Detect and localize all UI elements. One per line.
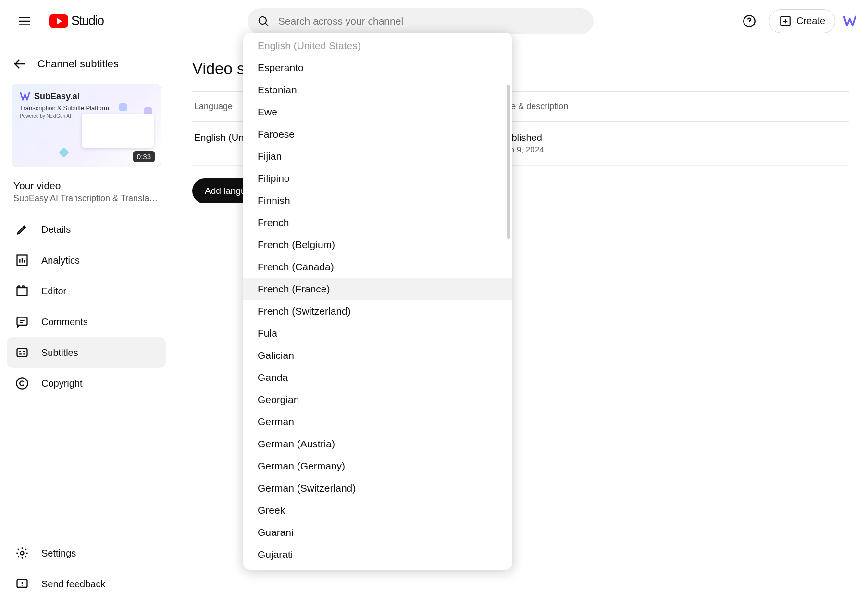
- create-button[interactable]: Create: [769, 9, 835, 33]
- back-row[interactable]: Channel subtitles: [0, 51, 173, 80]
- nav-item-label: Details: [41, 224, 71, 235]
- language-option[interactable]: German: [243, 411, 512, 433]
- app-body: Channel subtitles SubEasy.ai Transcripti…: [0, 42, 868, 608]
- subeasy-w-icon: [20, 91, 30, 101]
- nav-item-label: Editor: [41, 286, 66, 297]
- sidebar-bottom-nav: SettingsSend feedback: [0, 535, 173, 608]
- language-option[interactable]: French: [243, 212, 512, 234]
- pencil-icon: [15, 223, 29, 236]
- your-video-heading: Your video: [0, 173, 173, 193]
- feedback-icon: [15, 577, 29, 591]
- youtube-play-icon: [49, 14, 68, 28]
- language-option[interactable]: Finnish: [243, 190, 512, 212]
- create-plus-icon: [779, 15, 792, 27]
- copyright-icon: [15, 377, 29, 390]
- language-option[interactable]: Fijian: [243, 145, 512, 167]
- gear-icon: [15, 546, 29, 560]
- language-option[interactable]: Georgian: [243, 389, 512, 411]
- nav-item-analytics[interactable]: Analytics: [7, 245, 166, 276]
- language-option[interactable]: Faroese: [243, 123, 512, 145]
- language-dropdown[interactable]: English (United States)EsperantoEstonian…: [243, 33, 512, 570]
- language-option[interactable]: Estonian: [243, 79, 512, 101]
- nav-item-copyright[interactable]: Copyright: [7, 368, 166, 399]
- bars-icon: [15, 253, 29, 267]
- search-bar[interactable]: [248, 8, 594, 34]
- row-title-desc: Published Sep 9, 2024: [500, 132, 849, 155]
- channel-avatar-icon[interactable]: [843, 14, 856, 28]
- subtitles-icon: [15, 346, 29, 359]
- video-nav: DetailsAnalyticsEditorCommentsSubtitlesC…: [0, 211, 173, 402]
- nav-item-label: Subtitles: [41, 347, 78, 358]
- video-thumbnail[interactable]: SubEasy.ai Transcription & Subtitle Plat…: [12, 84, 161, 167]
- row-status: Published: [500, 132, 849, 143]
- language-option[interactable]: French (Canada): [243, 256, 512, 278]
- language-option[interactable]: Greek: [243, 499, 512, 521]
- search-input[interactable]: [278, 15, 584, 27]
- film-icon: [15, 284, 29, 298]
- language-option[interactable]: German (Germany): [243, 455, 512, 477]
- nav-item-details[interactable]: Details: [7, 214, 166, 245]
- language-option[interactable]: German (Switzerland): [243, 477, 512, 499]
- thumb-line1: Transcription & Subtitle Platform: [20, 104, 153, 112]
- language-option[interactable]: Esperanto: [243, 57, 512, 79]
- header-actions: Create: [737, 9, 856, 33]
- language-option[interactable]: Filipino: [243, 167, 512, 190]
- nav-item-comments[interactable]: Comments: [7, 306, 166, 337]
- nav-item-label: Send feedback: [41, 579, 105, 590]
- language-option[interactable]: English (United States): [243, 35, 512, 57]
- video-duration-badge: 0:33: [133, 151, 155, 162]
- nav-item-editor[interactable]: Editor: [7, 276, 166, 306]
- language-option[interactable]: Ewe: [243, 101, 512, 123]
- help-icon: [743, 14, 756, 28]
- svg-point-2: [749, 24, 749, 24]
- language-option[interactable]: French (France): [243, 278, 512, 300]
- dropdown-scrollbar-thumb[interactable]: [507, 85, 510, 239]
- youtube-studio-logo[interactable]: Studio: [49, 13, 104, 28]
- help-button[interactable]: [737, 9, 761, 33]
- language-option[interactable]: Ganda: [243, 367, 512, 389]
- search-container: [115, 8, 726, 34]
- language-option[interactable]: French (Belgium): [243, 234, 512, 256]
- your-video-subtitle: SubEasy AI Transcription & Translati…: [0, 193, 173, 211]
- svg-rect-7: [17, 349, 27, 356]
- nav-item-label: Analytics: [41, 255, 80, 266]
- nav-item-label: Settings: [41, 548, 76, 559]
- language-option[interactable]: French (Switzerland): [243, 300, 512, 322]
- nav-item-subtitles[interactable]: Subtitles: [7, 337, 166, 368]
- search-icon: [257, 15, 270, 27]
- language-option[interactable]: Gusii: [243, 566, 512, 570]
- language-option[interactable]: German (Austria): [243, 433, 512, 455]
- language-dropdown-list[interactable]: English (United States)EsperantoEstonian…: [243, 33, 512, 570]
- language-option[interactable]: Guarani: [243, 521, 512, 544]
- hamburger-menu-button[interactable]: [12, 8, 37, 34]
- nav-item-send-feedback[interactable]: Send feedback: [7, 569, 166, 599]
- svg-rect-6: [17, 317, 27, 325]
- nav-item-label: Copyright: [41, 378, 83, 389]
- logo-text: Studio: [71, 13, 104, 28]
- svg-rect-5: [17, 288, 27, 295]
- hamburger-icon: [17, 14, 32, 28]
- svg-point-9: [21, 552, 24, 555]
- back-title: Channel subtitles: [37, 58, 119, 70]
- thumb-brand-text: SubEasy.ai: [34, 91, 80, 101]
- language-option[interactable]: Galician: [243, 344, 512, 367]
- row-date: Sep 9, 2024: [500, 145, 849, 155]
- main-content: Video subtitles Language Title & descrip…: [173, 42, 868, 608]
- create-button-label: Create: [796, 15, 825, 26]
- nav-item-settings[interactable]: Settings: [7, 538, 166, 569]
- arrow-left-icon: [12, 57, 27, 71]
- language-option[interactable]: Fula: [243, 322, 512, 344]
- language-option[interactable]: Gujarati: [243, 544, 512, 566]
- svg-point-0: [259, 16, 266, 24]
- nav-item-label: Comments: [41, 317, 88, 328]
- col-title-header: Title & description: [500, 101, 849, 112]
- sidebar: Channel subtitles SubEasy.ai Transcripti…: [0, 42, 173, 608]
- svg-point-11: [22, 585, 22, 586]
- svg-point-8: [16, 378, 27, 389]
- comment-icon: [15, 315, 29, 329]
